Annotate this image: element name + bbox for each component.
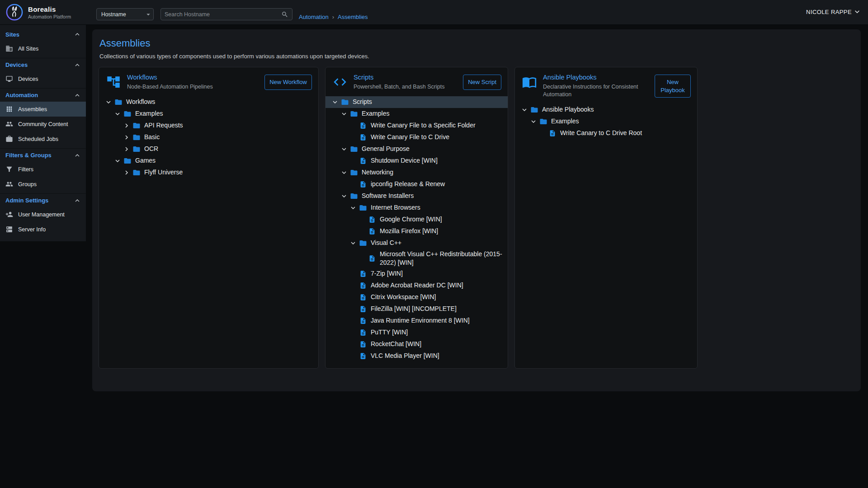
- tree-item-putty-win[interactable]: PuTTY [WIN]: [326, 327, 508, 338]
- tree-item-ocr[interactable]: OCR: [99, 143, 318, 155]
- tree-item-rocketchat-win[interactable]: RocketChat [WIN]: [326, 338, 508, 350]
- tree-item-label: Write Canary to C Drive Root: [560, 128, 642, 138]
- sidebar-item-server-info[interactable]: Server Info: [0, 222, 86, 237]
- sidebar-section-label: Automation: [5, 92, 38, 99]
- tree-item-visual-c[interactable]: Visual C++: [326, 237, 508, 249]
- tree-item-examples[interactable]: Examples: [515, 116, 697, 127]
- tree-item-google-chrome-win[interactable]: Google Chrome [WIN]: [326, 214, 508, 225]
- file-icon: [359, 134, 367, 141]
- tree-item-label: 7-Zip [WIN]: [371, 268, 403, 279]
- sidebar-item-scheduled-jobs[interactable]: Scheduled Jobs: [0, 131, 86, 146]
- sidebar-item-all-sites[interactable]: All Sites: [0, 41, 86, 56]
- tree-item-java-runtime-environment-8-win[interactable]: Java Runtime Environment 8 [WIN]: [326, 315, 508, 327]
- tree-indent-spacer: [349, 328, 357, 337]
- user-menu[interactable]: NICOLE RAPPE: [806, 7, 862, 16]
- tree-indent-spacer: [358, 216, 366, 224]
- file-icon: [359, 317, 367, 324]
- tree-item-citrix-workspace-win[interactable]: Citrix Workspace [WIN]: [326, 291, 508, 303]
- sidebar-item-devices[interactable]: Devices: [0, 71, 86, 86]
- sidebar-item-label: Devices: [18, 76, 38, 82]
- tree-item-label: VLC Media Player [WIN]: [371, 351, 439, 361]
- file-icon: [359, 157, 367, 164]
- breadcrumb-link-assemblies[interactable]: Assemblies: [338, 14, 368, 20]
- chevron-down-icon: [520, 106, 528, 114]
- folder-icon: [123, 110, 132, 118]
- brand-name: Borealis: [28, 5, 71, 13]
- sidebar-item-filters[interactable]: Filters: [0, 162, 86, 177]
- card-scripts: ScriptsPowershell, Batch, and Bash Scrip…: [325, 67, 508, 369]
- tree-indent-spacer: [349, 317, 357, 325]
- tree-item-ansible-playbooks[interactable]: Ansible Playbooks: [515, 104, 697, 116]
- tree-indent-spacer: [349, 282, 357, 290]
- server-info-icon: [5, 225, 13, 233]
- tree-item-mozilla-firefox-win[interactable]: Mozilla Firefox [WIN]: [326, 225, 508, 237]
- tree-item-api-requests[interactable]: API Requests: [99, 120, 318, 131]
- tree-item-write-canary-file-to-a-specific-folder[interactable]: Write Canary File to a Specific Folder: [326, 120, 508, 131]
- chevron-right-icon: [123, 133, 131, 141]
- tree-item-games[interactable]: Games: [99, 155, 318, 167]
- tree-item-write-canary-to-c-drive-root[interactable]: Write Canary to C Drive Root: [515, 127, 697, 139]
- sidebar-section-devices[interactable]: Devices: [0, 58, 86, 71]
- search-input[interactable]: [165, 11, 281, 18]
- tree-item-7-zip-win[interactable]: 7-Zip [WIN]: [326, 268, 508, 280]
- folder-icon: [530, 106, 538, 114]
- code-icon: [332, 75, 348, 89]
- folder-icon: [350, 192, 358, 200]
- sidebar-section-filters-groups[interactable]: Filters & Groups: [0, 148, 86, 162]
- card-subtitle: Node-Based Automation Pipelines: [127, 83, 259, 91]
- folder-icon: [350, 110, 358, 118]
- chevron-down-icon: [340, 110, 348, 118]
- tree-item-label: Mozilla Firefox [WIN]: [380, 226, 438, 236]
- sidebar-item-user-management[interactable]: User Management: [0, 207, 86, 222]
- chevron-up-icon: [73, 91, 81, 99]
- tree-item-label: PuTTY [WIN]: [371, 327, 408, 338]
- chevron-down-icon: [340, 192, 348, 200]
- tree-item-ipconfig-release-renew[interactable]: ipconfig Release & Renew: [326, 178, 508, 190]
- tree-item-general-purpose[interactable]: General Purpose: [326, 143, 508, 155]
- folder-icon: [539, 117, 547, 126]
- tree-item-scripts[interactable]: Scripts: [326, 96, 508, 108]
- page-title: Assemblies: [99, 38, 854, 49]
- chevron-down-icon: [113, 110, 122, 118]
- sidebar-section-sites[interactable]: Sites: [0, 28, 86, 41]
- tree-item-networking[interactable]: Networking: [326, 167, 508, 178]
- new-playbook-button[interactable]: New Playbook: [655, 75, 691, 98]
- tree-item-adobe-acrobat-reader-dc-win[interactable]: Adobe Acrobat Reader DC [WIN]: [326, 280, 508, 291]
- sidebar-item-groups[interactable]: Groups: [0, 177, 86, 192]
- sidebar-item-assemblies[interactable]: Assemblies: [0, 102, 86, 117]
- tree-item-label: Basic: [144, 132, 160, 142]
- tree-indent-spacer: [538, 129, 547, 137]
- tree-item-label: Adobe Acrobat Reader DC [WIN]: [371, 280, 463, 291]
- tree-item-write-canary-file-to-c-drive[interactable]: Write Canary File to C Drive: [326, 131, 508, 143]
- tree-item-vlc-media-player-win[interactable]: VLC Media Player [WIN]: [326, 350, 508, 362]
- tree-item-shutdown-device-win[interactable]: Shutdown Device [WIN]: [326, 155, 508, 167]
- chevron-up-icon: [73, 30, 81, 38]
- tree-item-flyff-universe[interactable]: Flyff Universe: [99, 167, 318, 178]
- tree-item-label: General Purpose: [362, 144, 410, 154]
- file-icon: [359, 270, 367, 277]
- search-hostname-box[interactable]: [160, 8, 292, 20]
- folder-icon: [350, 169, 358, 177]
- tree-item-examples[interactable]: Examples: [326, 108, 508, 120]
- sidebar-section-automation[interactable]: Automation: [0, 88, 86, 102]
- sidebar-section-admin-settings[interactable]: Admin Settings: [0, 193, 86, 207]
- tree-item-microsoft-visual-c-redistributable-2015-2022-win[interactable]: Microsoft Visual C++ Redistributable (20…: [326, 249, 508, 268]
- tree-item-workflows[interactable]: Workflows: [99, 96, 318, 108]
- new-workflow-button[interactable]: New Workflow: [264, 75, 312, 90]
- tree-item-basic[interactable]: Basic: [99, 131, 318, 143]
- tree-item-software-installers[interactable]: Software Installers: [326, 190, 508, 202]
- tree-item-label: Networking: [362, 167, 393, 178]
- tree-item-filezilla-win-incomplete[interactable]: FileZilla [WIN] [INCOMPLETE]: [326, 303, 508, 315]
- tree-item-examples[interactable]: Examples: [99, 108, 318, 120]
- breadcrumb-link-automation[interactable]: Automation: [299, 14, 329, 20]
- tree-item-internet-browsers[interactable]: Internet Browsers: [326, 202, 508, 214]
- hostname-select[interactable]: Hostname: [96, 8, 154, 20]
- tree-item-label: Shutdown Device [WIN]: [371, 155, 438, 166]
- file-icon: [359, 352, 367, 360]
- sidebar-item-label: All Sites: [18, 46, 38, 52]
- sidebar-item-community-content[interactable]: Community Content: [0, 117, 86, 131]
- new-script-button[interactable]: New Script: [463, 75, 501, 90]
- card-subtitle: Powershell, Batch, and Bash Scripts: [354, 83, 458, 91]
- folder-icon: [132, 133, 141, 141]
- chevron-down-icon: [529, 117, 538, 126]
